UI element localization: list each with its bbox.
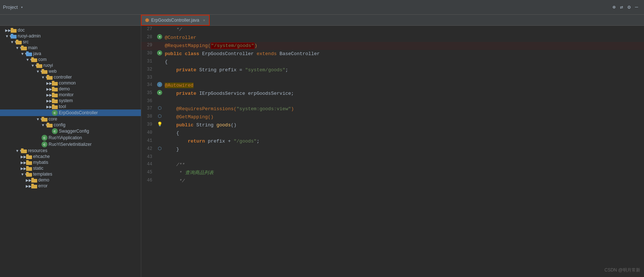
sidebar-item-java[interactable]: ▼java: [0, 51, 141, 57]
folder-yellow-icon: [47, 123, 53, 127]
tree-arrow-controller[interactable]: ▼: [41, 75, 46, 79]
folder-yellow-icon: [52, 81, 58, 85]
svg-rect-39: [26, 166, 29, 168]
tree-arrow-config[interactable]: ▼: [41, 123, 46, 127]
sidebar-item-doc[interactable]: ▶doc: [0, 27, 141, 33]
folder-yellow-icon: [42, 69, 47, 73]
tree-arrow-com[interactable]: ▼: [26, 58, 30, 62]
sidebar-item-RuoYiApplication[interactable]: CRuoYiApplication: [0, 134, 141, 141]
tree-arrow-error[interactable]: ▶: [26, 184, 30, 188]
sidebar-item-mybatis[interactable]: ▶mybatis: [0, 159, 141, 165]
gutter-icon-37: ⬡: [156, 105, 163, 111]
tree-arrow-main[interactable]: ▼: [15, 46, 20, 50]
code-text: public String goods(): [163, 122, 644, 129]
tree-arrow-core[interactable]: ▼: [36, 117, 40, 121]
tab-erp-goods-controller[interactable]: ErpGoodsController.java ×: [141, 15, 209, 25]
sidebar-item-ruoyi-admin[interactable]: ▼ruoyi-admin: [0, 33, 141, 39]
tree-arrow-java[interactable]: ▼: [21, 52, 25, 56]
svg-rect-33: [21, 148, 24, 150]
tree-arrow-ehcache[interactable]: ▶: [21, 155, 25, 159]
svg-rect-8: [26, 53, 32, 56]
folder-yellow-icon: [36, 63, 42, 68]
sidebar-item-error[interactable]: ▶error: [0, 183, 141, 189]
sidebar-item-ehcache[interactable]: ▶ehcache: [0, 154, 141, 159]
folder-yellow-icon: [26, 172, 32, 176]
sidebar-item-com[interactable]: ▼com: [0, 57, 141, 62]
code-line-41: 41 return prefix + "/goods";: [141, 137, 644, 145]
code-line-45: 45 * 查询商品列表: [141, 169, 644, 177]
sidebar-item-tool[interactable]: ▶tool: [0, 104, 141, 109]
tree-label-main: main: [28, 45, 38, 50]
navigate-icon[interactable]: ⬡: [158, 146, 161, 151]
sidebar-item-demo2[interactable]: ▶demo: [0, 177, 141, 183]
sidebar-item-src[interactable]: ▼src: [0, 39, 141, 45]
sidebar-item-ruoyi[interactable]: ▼ruoyi: [0, 62, 141, 68]
sidebar-item-demo[interactable]: ▶demo: [0, 86, 141, 92]
tree-arrow-ruoyi[interactable]: ▼: [31, 64, 35, 68]
gutter-icon-39: 💡: [156, 122, 163, 127]
code-text: {: [163, 130, 644, 137]
svg-rect-16: [47, 76, 53, 80]
tree-arrow-ruoyi-admin[interactable]: ▼: [5, 34, 10, 38]
svg-rect-44: [31, 185, 37, 188]
tree-arrow-monitor[interactable]: ▶: [46, 93, 51, 97]
project-label: Project: [3, 4, 18, 10]
code-editor[interactable]: 27 */28●@Controller29@RequestMapping("/s…: [141, 26, 644, 277]
tree-arrow-src[interactable]: ▼: [10, 40, 15, 44]
tree-label-config: config: [54, 122, 65, 127]
chevron-down-icon[interactable]: ▾: [21, 5, 23, 10]
sidebar-item-RuoYiServletInitializer[interactable]: CRuoYiServletInitializer: [0, 141, 141, 148]
svg-rect-19: [52, 81, 54, 82]
tree-arrow-mybatis[interactable]: ▶: [21, 161, 25, 165]
code-text: @RequestMapping("/system/goods"): [163, 42, 644, 50]
sidebar-item-templates[interactable]: ▼templates: [0, 171, 141, 177]
gutter-icon-42: ⬡: [156, 146, 163, 151]
tree-arrow-templates[interactable]: ▼: [21, 172, 25, 176]
tab-close-button[interactable]: ×: [203, 18, 205, 22]
sidebar-item-monitor[interactable]: ▶monitor: [0, 92, 141, 98]
folder-yellow-icon: [52, 98, 58, 103]
line-number: 45: [141, 169, 156, 175]
sidebar-item-static[interactable]: ▶static: [0, 165, 141, 171]
tree-label-RuoYiServletInitializer: RuoYiServletInitializer: [49, 142, 92, 147]
sidebar-item-resources[interactable]: ▼resources: [0, 148, 141, 154]
svg-rect-37: [26, 160, 29, 162]
navigate-icon[interactable]: ⬡: [158, 105, 161, 111]
svg-rect-26: [52, 105, 58, 109]
autowired-icon: ↓: [157, 82, 162, 87]
code-line-36: 36: [141, 98, 644, 105]
sidebar-item-SwaggerConfig[interactable]: CSwaggerConfig: [0, 128, 141, 134]
tree-arrow-demo[interactable]: ▶: [46, 87, 51, 91]
sidebar-item-main[interactable]: ▼main: [0, 45, 141, 51]
minimize-icon[interactable]: —: [635, 4, 638, 10]
tree-arrow-doc[interactable]: ▶: [5, 28, 10, 32]
svg-rect-5: [16, 40, 18, 41]
code-line-28: 28●@Controller: [141, 34, 644, 42]
sidebar-item-common[interactable]: ▶common: [0, 80, 141, 86]
sync-icon[interactable]: ⇄: [620, 4, 623, 10]
code-line-39: 39💡 public String goods(): [141, 121, 644, 129]
svg-rect-35: [26, 154, 29, 156]
new-window-icon[interactable]: ⊕: [612, 4, 615, 10]
svg-rect-14: [42, 70, 47, 74]
line-number: 27: [141, 26, 156, 32]
tree-arrow-static[interactable]: ▶: [21, 166, 25, 170]
gear-icon[interactable]: ⚙: [627, 4, 630, 10]
sidebar-item-config[interactable]: ▼config: [0, 122, 141, 128]
tree-arrow-system[interactable]: ▶: [46, 99, 51, 103]
svg-rect-23: [52, 93, 54, 94]
tree-arrow-tool[interactable]: ▶: [46, 105, 51, 109]
code-line-33: 33: [141, 74, 644, 82]
tree-arrow-web[interactable]: ▼: [36, 69, 40, 73]
sidebar-item-web[interactable]: ▼web: [0, 68, 141, 74]
sidebar-item-controller[interactable]: ▼controller: [0, 74, 141, 80]
tree-arrow-demo2[interactable]: ▶: [26, 178, 30, 182]
tree-arrow-resources[interactable]: ▼: [15, 149, 20, 153]
sidebar-item-system[interactable]: ▶system: [0, 98, 141, 104]
navigate-icon[interactable]: ⬡: [158, 114, 161, 119]
tree-arrow-common[interactable]: ▶: [46, 81, 51, 85]
sidebar-item-core[interactable]: ▼core: [0, 116, 141, 122]
line-number: 40: [141, 130, 156, 135]
bulb-icon[interactable]: 💡: [157, 122, 163, 127]
sidebar-item-ErpGoodsController[interactable]: CErpGoodsController: [0, 109, 141, 116]
